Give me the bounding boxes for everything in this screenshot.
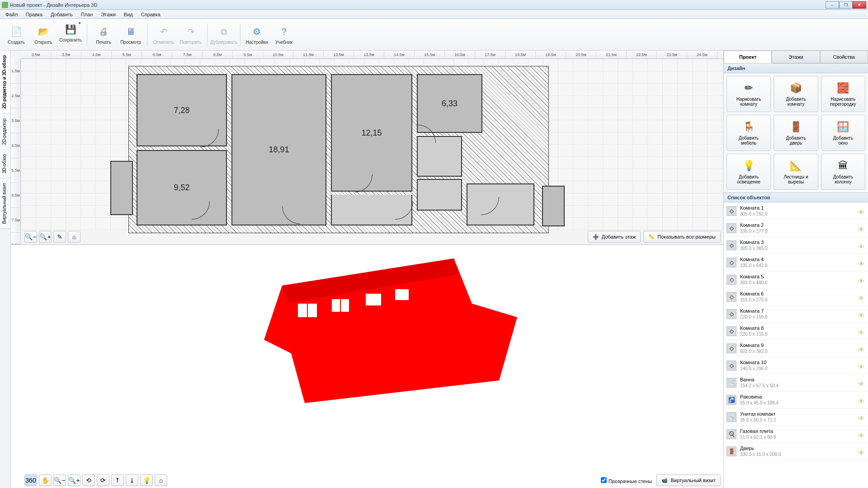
- object-row[interactable]: 🛁Ванна154.2 x 67.5 x 50.4👁: [724, 374, 868, 391]
- visibility-icon[interactable]: 👁: [858, 432, 865, 436]
- pan-icon[interactable]: ✋: [39, 474, 52, 486]
- object-row[interactable]: 🍳Газовая плита51.0 x 62.1 x 86.9👁: [724, 426, 868, 443]
- home-icon[interactable]: ⌂: [155, 474, 167, 486]
- object-row[interactable]: ◇Комната 3305.0 x 365.0👁: [724, 237, 868, 254]
- design-tool[interactable]: 🪟Добавитьокно: [821, 115, 865, 151]
- design-tool[interactable]: 📐Лестницы ивырезы: [774, 154, 818, 190]
- tilt-up-icon[interactable]: ⤒: [111, 474, 124, 486]
- visibility-icon[interactable]: 👁: [858, 380, 865, 385]
- visibility-icon[interactable]: 👁: [858, 329, 865, 333]
- tilt-down-icon[interactable]: ⤓: [126, 474, 138, 486]
- close-button[interactable]: ✕: [853, 1, 866, 9]
- virtual-visit-button[interactable]: 📹 Виртуальный визит: [656, 474, 721, 486]
- menu-Файл[interactable]: Файл: [2, 11, 21, 18]
- toolbar-Настройки[interactable]: ⚙Настройки: [243, 21, 270, 48]
- visibility-icon[interactable]: 👁: [858, 226, 865, 230]
- rotate-left-icon[interactable]: ⟲: [82, 474, 95, 486]
- view-tab[interactable]: 2D-редактор и 3D-обзор: [0, 51, 10, 114]
- visibility-icon[interactable]: 👁: [858, 312, 865, 316]
- home-icon[interactable]: ⌂: [68, 231, 80, 243]
- object-row[interactable]: ◇Комната 4335.0 x 642.0👁: [724, 254, 868, 271]
- toolbar-Просмотр[interactable]: 🖥Просмотр: [117, 21, 144, 48]
- visibility-icon[interactable]: 👁: [858, 243, 865, 248]
- design-tool[interactable]: ✏Нарисоватькомнату: [726, 76, 771, 112]
- room-5-area: 9,52: [174, 183, 189, 192]
- light-icon[interactable]: 💡: [140, 474, 153, 486]
- design-tool[interactable]: 💡Добавитьосвещение: [726, 154, 771, 190]
- object-row[interactable]: 🚽Унитаз компакт35.6 x 56.5 x 71.2👁: [724, 408, 868, 426]
- right-tab-Этажи[interactable]: Этажи: [772, 51, 820, 63]
- room-small-2[interactable]: [417, 179, 462, 211]
- object-row[interactable]: ◇Комната 6315.0 x 275.0👁: [724, 288, 868, 305]
- right-tab-Свойства[interactable]: Свойства: [820, 51, 868, 63]
- view-360-icon[interactable]: 360: [24, 474, 37, 486]
- visibility-icon[interactable]: 👁: [858, 415, 865, 419]
- object-icon: ◇: [726, 361, 736, 371]
- view-tab[interactable]: Виртуальный визит: [0, 178, 10, 229]
- view-tab[interactable]: 2D-редактор: [0, 114, 10, 150]
- toolbar-Учебник[interactable]: ?Учебник: [270, 21, 297, 48]
- object-row[interactable]: ◇Комната 1305.0 x 292.0👁: [724, 202, 868, 220]
- object-row[interactable]: ◇Комната 2135.0 x 177.0👁: [724, 220, 868, 237]
- add-floor-button[interactable]: ➕ Добавить этаж: [588, 231, 641, 243]
- menu-Правка[interactable]: Правка: [22, 11, 46, 18]
- section-design-header: Дизайн: [724, 63, 868, 73]
- show-all-dims-button[interactable]: 📏 Показывать все размеры: [643, 231, 721, 243]
- toolbar-Открыть[interactable]: 📂Открыть: [30, 21, 57, 48]
- toolbar-Отменить: ↶Отменить: [150, 21, 177, 48]
- object-list[interactable]: ◇Комната 1305.0 x 292.0👁◇Комната 2135.0 …: [724, 202, 868, 488]
- rotate-right-icon[interactable]: ⟳: [97, 474, 109, 486]
- visibility-icon[interactable]: 👁: [858, 209, 865, 213]
- object-row[interactable]: ◇Комната 8220.0 x 116.0👁: [724, 323, 868, 340]
- toolbar-Создать[interactable]: 📄Создать: [3, 21, 30, 48]
- toolbar-Печать[interactable]: 🖨Печать: [90, 21, 117, 48]
- room-4[interactable]: 6,33: [417, 74, 482, 133]
- menu-Справка[interactable]: Справка: [137, 11, 164, 18]
- toolbar-Сохранить[interactable]: 💾Сохранить▾: [57, 21, 84, 48]
- design-tool[interactable]: 🚪Добавитьдверь: [774, 115, 818, 151]
- visibility-icon[interactable]: 👁: [858, 398, 865, 402]
- right-tab-Проект[interactable]: Проект: [724, 51, 772, 63]
- design-tool[interactable]: 📦Добавитькомнату: [774, 76, 818, 112]
- object-row[interactable]: ◇Комната 10140.0 x 296.0👁: [724, 357, 868, 374]
- zoom-out-icon[interactable]: 🔍−: [53, 474, 66, 486]
- zoom-out-icon[interactable]: 🔍−: [24, 231, 37, 243]
- visibility-icon[interactable]: 👁: [858, 449, 865, 454]
- menu-План[interactable]: План: [77, 11, 97, 18]
- room-5[interactable]: 9,52: [137, 150, 227, 225]
- design-tool[interactable]: 🧱Нарисоватьперегородку: [821, 76, 865, 112]
- view-tab[interactable]: 3D-обзор: [0, 150, 10, 178]
- object-row[interactable]: ◇Комната 5303.0 x 480.0👁: [724, 271, 868, 288]
- visibility-icon[interactable]: 👁: [858, 363, 865, 368]
- room-small-3[interactable]: [467, 183, 534, 225]
- balcony-right[interactable]: [542, 186, 565, 226]
- minimize-button[interactable]: –: [826, 1, 839, 9]
- object-row[interactable]: 🚰Раковина55.0 x 45.0 x 108.4👁: [724, 391, 868, 408]
- room-3[interactable]: 12,15: [331, 74, 412, 192]
- window-title: Новый проект - Дизайн Интерьера 3D: [10, 2, 826, 8]
- menu-Этажи[interactable]: Этажи: [97, 11, 119, 18]
- object-row[interactable]: ◇Комната 9603.0 x 382.0👁: [724, 340, 868, 357]
- edit-icon[interactable]: ✎: [53, 231, 66, 243]
- canvas-3d[interactable]: 360 ✋ 🔍− 🔍+ ⟲ ⟳ ⤒ ⤓ 💡 ⌂ Прозрачные стены…: [11, 245, 723, 488]
- visibility-icon[interactable]: 👁: [858, 277, 865, 282]
- maximize-button[interactable]: ❐: [839, 1, 853, 9]
- design-tool[interactable]: 🏛Добавитьколонну: [821, 154, 865, 190]
- zoom-in-icon[interactable]: 🔍+: [39, 231, 52, 243]
- design-tool[interactable]: 🪑Добавитьмебель: [726, 115, 771, 151]
- chevron-down-icon[interactable]: ▾: [79, 21, 81, 25]
- transparent-walls-checkbox[interactable]: Прозрачные стены: [601, 477, 652, 484]
- object-row[interactable]: ◇Комната 7220.0 x 159.0👁: [724, 305, 868, 323]
- visibility-icon[interactable]: 👁: [858, 260, 865, 265]
- zoom-in-icon[interactable]: 🔍+: [68, 474, 80, 486]
- visibility-icon[interactable]: 👁: [858, 346, 865, 351]
- balcony-left[interactable]: [110, 161, 133, 215]
- room-3-area: 12,15: [361, 128, 382, 138]
- menu-Вид[interactable]: Вид: [120, 11, 137, 18]
- object-row[interactable]: 🚪Дверь100.0 x 15.0 x 200.0👁: [724, 443, 868, 460]
- room-2[interactable]: 18,91: [231, 74, 326, 225]
- floor-plan[interactable]: 7,28 18,91 12,15 6,33 9,52: [128, 66, 549, 233]
- canvas-2d[interactable]: 2.5м3.5м4.5м5.5м6.5м7.5м8.5м9.5м10.5м11.…: [11, 51, 723, 245]
- visibility-icon[interactable]: 👁: [858, 295, 865, 299]
- menu-Добавить[interactable]: Добавить: [47, 11, 76, 18]
